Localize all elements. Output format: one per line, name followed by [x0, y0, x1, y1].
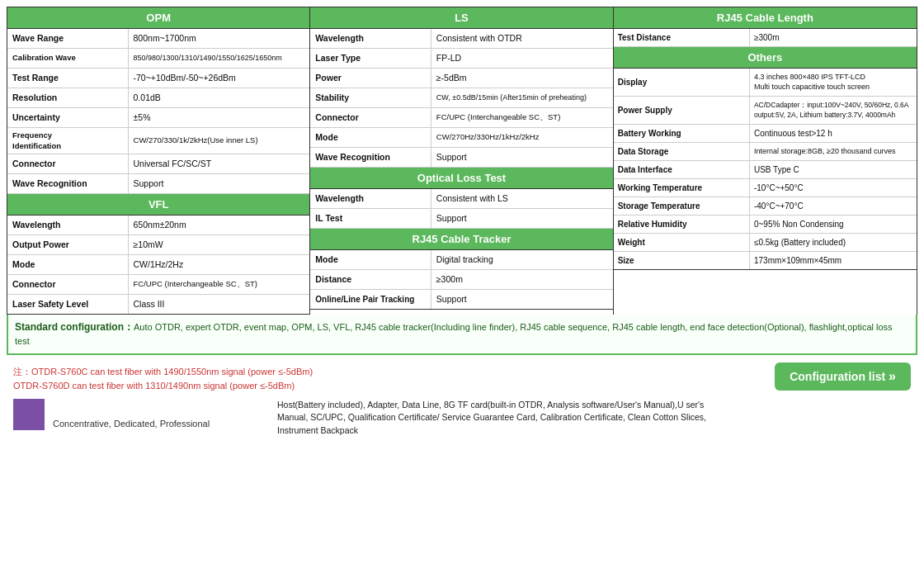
others-datainterface-label: Data Interface	[614, 161, 750, 178]
opt-loss-header: Optical Loss Test	[310, 168, 612, 189]
note-line-2: OTDR-S760D can test fiber with 1310/1490…	[13, 379, 313, 394]
opm-header: OPM	[7, 7, 309, 29]
ls-stability-value: CW, ±0.5dB/15min (After15min of preheati…	[431, 88, 613, 107]
ls-connector-value: FC/UPC (Interchangeable SC、ST)	[431, 108, 613, 127]
rj45-tracker-header: RJ45 Cable Tracker	[310, 229, 612, 250]
vfl-mode-label: Mode	[7, 255, 129, 274]
ls-power-value: ≥-5dBm	[431, 69, 613, 88]
rj45-test-dist-value: ≥300m	[750, 29, 917, 46]
opm-resolution-value: 0.01dB	[129, 88, 310, 107]
rj45-mode-label: Mode	[310, 250, 431, 269]
others-size-label: Size	[614, 252, 750, 269]
others-humidity-value: 0~95% Non Condensing	[750, 216, 917, 233]
standard-config: Standard configuration：Auto OTDR, expert…	[7, 315, 917, 355]
rj45-row-mode: Mode Digital tracking	[310, 250, 612, 270]
others-storagetemp-value: -40°C~+70°C	[750, 197, 917, 215]
notes-section: 注：OTDR-S760C can test fiber with 1490/15…	[13, 365, 313, 394]
opm-calwave-value: 850/980/1300/1310/1490/1550/1625/1650nm	[129, 49, 310, 68]
opt-wavelength-label: Wavelength	[310, 189, 431, 208]
chevrons-icon: »	[889, 369, 896, 384]
col-ls: LS Wavelength Consistent with OTDR Laser…	[310, 7, 613, 315]
opm-uncertainty-label: Uncertainty	[7, 108, 129, 127]
ls-lasertype-label: Laser Type	[310, 49, 431, 68]
opt-row-wavelength: Wavelength Consistent with LS	[310, 189, 612, 209]
others-row-datainterface: Data Interface USB Type C	[614, 161, 917, 179]
vfl-row-connector: Connector FC/UPC (Interchangeable SC、ST)	[7, 275, 309, 295]
vfl-laser-value: Class III	[129, 295, 310, 314]
opm-connector-value: Universal FC/SC/ST	[129, 154, 310, 173]
ls-wavelength-label: Wavelength	[310, 29, 431, 48]
opt-iltest-label: IL Test	[310, 209, 431, 228]
bottom-section: Concentrative, Dedicated, Professional H…	[7, 399, 917, 438]
rj45-online-value: Support	[431, 290, 613, 309]
ls-waverecog-value: Support	[431, 148, 613, 167]
rj45-cable-length-header: RJ45 Cable Length	[614, 7, 917, 29]
ls-row-stability: Stability CW, ±0.5dB/15min (After15min o…	[310, 88, 612, 108]
ls-row-lasertype: Laser Type FP-LD	[310, 49, 612, 69]
others-storagetemp-label: Storage Temperature	[614, 197, 750, 215]
rj45-distance-value: ≥300m	[431, 270, 613, 289]
vfl-outputpower-label: Output Power	[7, 235, 129, 254]
vfl-mode-value: CW/1Hz/2Hz	[129, 255, 310, 274]
ls-row-connector: Connector FC/UPC (Interchangeable SC、ST)	[310, 108, 612, 128]
vfl-wavelength-label: Wavelength	[7, 216, 129, 235]
bottom-left: Concentrative, Dedicated, Professional	[13, 399, 261, 430]
vfl-connector-value: FC/UPC (Interchangeable SC、ST)	[129, 275, 310, 294]
others-workingtemp-value: -10°C~+50°C	[750, 179, 917, 197]
others-powersupply-label: Power Supply	[614, 97, 750, 124]
others-row-powersupply: Power Supply AC/DCadapter：input:100V~240…	[614, 97, 917, 125]
vfl-row-wavelength: Wavelength 650nm±20nm	[7, 216, 309, 235]
opm-row-calwave: Calibration Wave 850/980/1300/1310/1490/…	[7, 49, 309, 69]
bottom-right: Host(Battery included), Adapter, Data Li…	[277, 399, 911, 438]
others-datainterface-value: USB Type C	[750, 161, 917, 178]
others-row-humidity: Relative Humidity 0~95% Non Condensing	[614, 216, 917, 234]
specs-grid: OPM Wave Range 800nm~1700nm Calibration …	[7, 7, 917, 315]
vfl-header: VFL	[7, 194, 309, 216]
others-humidity-label: Relative Humidity	[614, 216, 750, 233]
others-row-display: Display 4.3 inches 800×480 IPS TFT-LCD M…	[614, 69, 917, 97]
ls-wavelength-value: Consistent with OTDR	[431, 29, 613, 48]
ls-row-mode: Mode CW/270Hz/330Hz/1kHz/2kHz	[310, 128, 612, 148]
others-weight-label: Weight	[614, 234, 750, 251]
main-wrapper: OPM Wave Range 800nm~1700nm Calibration …	[0, 0, 924, 438]
purple-logo-square	[13, 399, 45, 430]
host-text: Host(Battery included), Adapter, Data Li…	[277, 399, 706, 438]
others-datastorage-label: Data Storage	[614, 143, 750, 160]
ls-power-label: Power	[310, 69, 431, 88]
rj45-online-label: Online/Line Pair Tracking	[310, 290, 431, 309]
ls-lasertype-value: FP-LD	[431, 49, 613, 68]
opm-calwave-label: Calibration Wave	[7, 49, 129, 68]
ls-mode-label: Mode	[310, 128, 431, 147]
ls-header: LS	[310, 7, 612, 29]
config-list-label: Configuration list	[790, 370, 885, 383]
rj45-mode-value: Digital tracking	[431, 250, 613, 269]
col-rj45-others: RJ45 Cable Length Test Distance ≥300m Ot…	[614, 7, 917, 315]
others-row-datastorage: Data Storage Internal storage:8GB, ≥20 t…	[614, 143, 917, 161]
col-opm-vfl: OPM Wave Range 800nm~1700nm Calibration …	[7, 7, 310, 315]
opm-freqid-label: FrequencyIdentification	[7, 128, 129, 154]
opm-testrange-value: -70~+10dBm/-50~+26dBm	[129, 69, 310, 88]
opm-row-connector: Connector Universal FC/SC/ST	[7, 154, 309, 174]
ls-waverecog-label: Wave Recognition	[310, 148, 431, 167]
standard-config-label: Standard configuration：	[15, 321, 134, 333]
config-list-button[interactable]: Configuration list »	[775, 362, 911, 391]
others-row-weight: Weight ≤0.5kg (Battery included)	[614, 234, 917, 252]
opm-resolution-label: Resolution	[7, 88, 129, 107]
opm-row-uncertainty: Uncertainty ±5%	[7, 108, 309, 128]
opt-wavelength-value: Consistent with LS	[431, 189, 613, 208]
ls-row-power: Power ≥-5dBm	[310, 69, 612, 88]
vfl-row-outputpower: Output Power ≥10mW	[7, 235, 309, 255]
others-row-size: Size 173mm×109mm×45mm	[614, 252, 917, 270]
opm-row-waverecog: Wave Recognition Support	[7, 174, 309, 194]
others-workingtemp-label: Working Temperature	[614, 179, 750, 197]
others-display-value: 4.3 inches 800×480 IPS TFT-LCD Multi tou…	[750, 69, 917, 96]
opm-uncertainty-value: ±5%	[129, 108, 310, 127]
opm-row-resolution: Resolution 0.01dB	[7, 88, 309, 108]
others-battery-label: Battery Working	[614, 125, 750, 142]
rj45-test-dist-row: Test Distance ≥300m	[614, 29, 917, 47]
opm-row-testrange: Test Range -70~+10dBm/-50~+26dBm	[7, 69, 309, 88]
ls-stability-label: Stability	[310, 88, 431, 107]
others-datastorage-value: Internal storage:8GB, ≥20 thousand curve…	[750, 143, 917, 160]
opm-freqid-value: CW/270/330/1k/2kHz(Use inner LS)	[129, 128, 310, 154]
tagline: Concentrative, Dedicated, Professional	[53, 419, 210, 430]
